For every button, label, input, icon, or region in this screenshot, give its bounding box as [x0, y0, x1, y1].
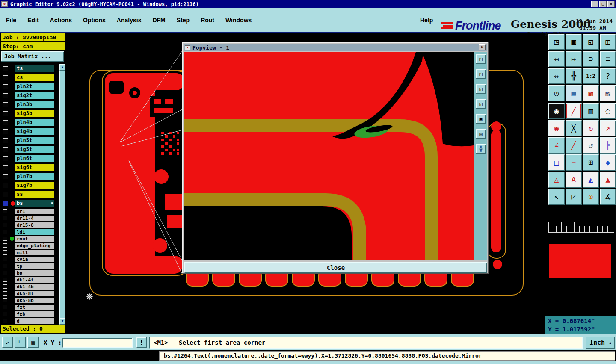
- zoom-extents-button[interactable]: ↔: [548, 68, 565, 84]
- zoom-window-button[interactable]: ◱: [583, 34, 599, 50]
- layer-name[interactable]: dr1: [15, 209, 54, 214]
- layer-name[interactable]: d: [15, 318, 54, 324]
- popview-pan-view-button[interactable]: ▣: [476, 114, 486, 124]
- delete-shape-button[interactable]: ▲: [600, 172, 616, 188]
- add-pad-button[interactable]: □: [548, 154, 565, 171]
- repaint-screen-button[interactable]: ▣: [566, 34, 582, 50]
- layer-name[interactable]: dr11-4: [15, 216, 54, 221]
- layer-name[interactable]: sig5t: [15, 146, 54, 153]
- polygon-surface-button[interactable]: ◆: [600, 154, 616, 171]
- overlay-view-button[interactable]: ⊃: [583, 51, 599, 67]
- layer-name[interactable]: sig3b: [15, 110, 54, 117]
- layer-checkbox[interactable]: [3, 165, 8, 170]
- layer-row-dr11-4[interactable]: dr11-4: [1, 215, 59, 222]
- layer-row-d[interactable]: d: [1, 317, 59, 324]
- layer-row-dk1-4t[interactable]: dk1-4t: [1, 276, 59, 283]
- menu-dfm[interactable]: DFM: [152, 17, 165, 24]
- popview-layers-button[interactable]: ▤: [476, 129, 486, 139]
- clock-measure-button[interactable]: ◴: [548, 85, 565, 101]
- mirror-triangle-button[interactable]: ◭: [583, 172, 599, 188]
- layer-checkbox[interactable]: [3, 147, 8, 152]
- layer-checkbox[interactable]: [3, 120, 8, 125]
- layer-row-sig6t[interactable]: sig6t: [1, 163, 59, 172]
- layer-checkbox[interactable]: [3, 84, 8, 89]
- grid-toggle-button[interactable]: ▦: [566, 85, 582, 101]
- layer-checkbox[interactable]: [3, 209, 7, 213]
- layer-row-dk1-4b[interactable]: dk1-4b: [1, 283, 59, 290]
- grid-mode-button[interactable]: ▦: [27, 337, 39, 348]
- layer-row-cvia[interactable]: cvia: [1, 256, 59, 263]
- layer-checkbox[interactable]: [3, 138, 8, 143]
- layer-row-pln3b[interactable]: pln3b: [1, 100, 59, 109]
- layer-name[interactable]: bp: [15, 270, 54, 276]
- layer-row-sig5t[interactable]: sig5t: [1, 145, 59, 154]
- previous-view-button[interactable]: ◳: [548, 34, 565, 50]
- layer-name[interactable]: sig6t: [15, 164, 54, 171]
- layer-checkbox[interactable]: [3, 75, 8, 80]
- xy-coordinate-input[interactable]: [62, 338, 133, 348]
- layer-name[interactable]: dr15-8: [15, 222, 54, 228]
- layer-name[interactable]: ts: [15, 65, 54, 72]
- minimize-button[interactable]: _: [591, 1, 598, 7]
- text-feature-button[interactable]: A: [566, 172, 582, 188]
- context-help-button[interactable]: ?: [600, 68, 616, 84]
- popview-zoom-out-button[interactable]: ◱: [476, 99, 486, 109]
- snap-mode-button[interactable]: ↙: [2, 337, 13, 348]
- layer-row-mill[interactable]: mill: [1, 249, 59, 256]
- layer-name[interactable]: pln6t: [15, 155, 54, 162]
- layer-row-pln2t[interactable]: pln2t: [1, 82, 59, 91]
- layer-row-ldi[interactable]: ldi: [1, 228, 59, 235]
- layer-row-cs[interactable]: cs: [1, 73, 59, 82]
- layer-row-rout[interactable]: rout: [1, 235, 59, 242]
- command-history-button[interactable]: !: [136, 337, 147, 348]
- layer-checkbox[interactable]: [3, 66, 8, 71]
- close-button[interactable]: ×: [607, 1, 615, 7]
- menu-options[interactable]: Options: [83, 17, 106, 24]
- undo-rotate-button[interactable]: ↺: [583, 137, 599, 154]
- layer-row-pln7b[interactable]: pln7b: [1, 172, 59, 181]
- zoom-ratio-button[interactable]: 1:2: [583, 68, 599, 84]
- popview-zoom-in-button[interactable]: ◲: [476, 84, 486, 94]
- layer-checkbox[interactable]: [3, 291, 7, 296]
- layer-name[interactable]: fzb: [15, 311, 54, 317]
- menu-step[interactable]: Step: [177, 17, 190, 24]
- layer-checkbox[interactable]: [3, 230, 7, 234]
- layer-name[interactable]: dk5-8b: [15, 298, 54, 303]
- layer-name[interactable]: dk1-4t: [15, 277, 54, 283]
- popview-duplicate-button[interactable]: ◳: [476, 54, 486, 64]
- popview-zoom-view[interactable]: [184, 52, 474, 260]
- layer-name[interactable]: pln3b: [15, 101, 54, 108]
- layer-checkbox[interactable]: [3, 129, 8, 134]
- layer-name[interactable]: ldi: [15, 229, 54, 235]
- popview-close-x-button[interactable]: ×: [479, 44, 486, 50]
- layer-name[interactable]: pln7b: [15, 173, 54, 180]
- scroll-up-arrow[interactable]: ▲: [59, 64, 65, 71]
- menu-edit[interactable]: Edit: [27, 17, 38, 24]
- pan-left-button[interactable]: ↤: [548, 51, 565, 67]
- pad-pair-button[interactable]: ◉: [548, 120, 565, 136]
- layer-name[interactable]: bs▪: [15, 200, 54, 207]
- triangle-outline-button[interactable]: △: [548, 172, 565, 188]
- layer-row-bp[interactable]: bp: [1, 269, 59, 276]
- cut-feature-button[interactable]: ╳: [566, 120, 582, 136]
- layer-checkbox[interactable]: [3, 278, 7, 282]
- popview-zoom-graphic[interactable]: [184, 52, 474, 260]
- layer-checkbox[interactable]: [3, 111, 8, 116]
- layer-name[interactable]: fzt: [15, 305, 54, 310]
- layer-name[interactable]: cvia: [15, 257, 54, 262]
- layer-row-sig4b[interactable]: sig4b: [1, 127, 59, 136]
- pan-right-button[interactable]: ↦: [566, 51, 582, 67]
- scroll-thumb[interactable]: [59, 71, 65, 318]
- grid-jump-button[interactable]: ▨: [600, 85, 616, 101]
- layer-row-fzt[interactable]: fzt: [1, 304, 59, 311]
- layer-row-sig7b[interactable]: sig7b: [1, 181, 59, 190]
- layer-name[interactable]: dk5-8t: [15, 291, 54, 296]
- layer-row-dr15-8[interactable]: dr15-8: [1, 222, 59, 228]
- layer-checkbox[interactable]: [3, 183, 8, 188]
- layer-row-ts[interactable]: ts: [1, 64, 59, 73]
- layer-name[interactable]: sig7b: [15, 182, 54, 189]
- layer-name[interactable]: dk1-4b: [15, 284, 54, 290]
- menu-analysis[interactable]: Analysis: [117, 17, 142, 24]
- origin-marker-button[interactable]: ◉: [548, 103, 565, 119]
- layer-checkbox[interactable]: [3, 102, 8, 107]
